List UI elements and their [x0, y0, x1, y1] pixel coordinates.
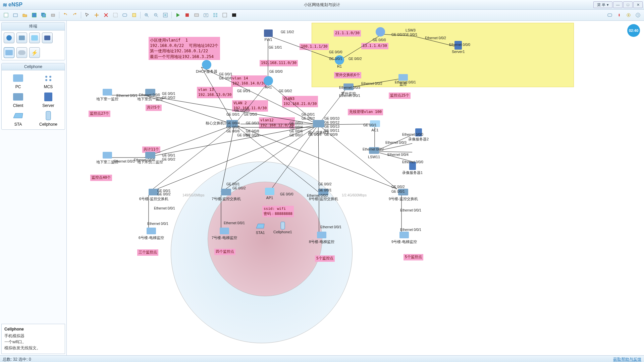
link-category-icon[interactable]: ⚡	[29, 47, 40, 58]
svg-point-30	[45, 79, 47, 81]
menu-button[interactable]: 菜 单 ▾	[593, 1, 612, 8]
device-pc[interactable]: PC	[4, 73, 32, 89]
help-icon[interactable]: ?	[634, 11, 642, 19]
undo-icon[interactable]	[61, 11, 69, 19]
port-label: Ethernet 0/0/1	[154, 206, 175, 210]
node-fw1[interactable]: FW1	[263, 29, 274, 42]
firewall-category-icon[interactable]	[42, 33, 53, 43]
device-panel-header: Cellphone	[2, 63, 65, 70]
node-el6[interactable]: 6号楼-电梯监控	[139, 227, 164, 240]
note-b9: 5个监控点	[404, 254, 423, 260]
node-label: 7号楼-监控交换机	[212, 196, 241, 201]
port-label: GE 0/0/1	[219, 72, 232, 76]
delete-icon[interactable]	[102, 11, 110, 19]
fit-icon[interactable]	[161, 11, 169, 19]
switch-category-icon[interactable]	[16, 33, 27, 43]
record-icon[interactable]	[193, 11, 201, 19]
huawei-icon[interactable]	[615, 11, 623, 19]
port-label: Ethernet 0/0/0	[139, 93, 160, 97]
blackbox-icon[interactable]	[230, 11, 238, 19]
device-label: Cellphone	[39, 122, 57, 127]
saveall-icon[interactable]	[40, 11, 48, 19]
node-outdoor-monitor[interactable]: 监控	[397, 73, 409, 87]
shape-icon[interactable]	[130, 11, 138, 19]
open-icon[interactable]	[21, 11, 29, 19]
port-label: GE 0/0/2	[244, 113, 257, 116]
note-vlanif: 小区使用vlanif 1 192.168.0.0/22 可用地址1022个 第一…	[149, 37, 220, 60]
node-el7[interactable]: 7号楼-电梯监控	[212, 227, 237, 240]
settings-icon[interactable]	[625, 11, 633, 19]
node-ap1[interactable]: AP1	[264, 187, 275, 200]
topology-canvas[interactable]: 02:40 小区使用vlanif 1 192.168.0.0/22 可用地址10…	[67, 21, 644, 355]
new-device-icon[interactable]	[11, 11, 19, 19]
desc-line: 模拟收发无线报文。	[4, 345, 62, 351]
svg-rect-71	[281, 222, 285, 229]
node-dhcp[interactable]: DHCP服务器	[196, 60, 217, 74]
node-label: STA1	[256, 231, 265, 235]
close-button[interactable]: ✕	[633, 1, 643, 8]
node-el9[interactable]: 9号楼-电梯监控	[391, 231, 417, 244]
svg-rect-7	[123, 14, 127, 16]
zoomout-icon[interactable]	[152, 11, 160, 19]
node-cellphone1[interactable]: Cellphone1	[273, 221, 292, 234]
device-sta[interactable]: STA	[4, 111, 32, 127]
router-category-icon[interactable]	[4, 33, 14, 43]
node-sta1[interactable]: STA1	[255, 222, 266, 235]
port-label: Ethernet 0/0/1	[116, 94, 138, 98]
port-label: GE 0/0/1	[302, 113, 315, 116]
node-ar1[interactable]: AR1	[263, 76, 274, 89]
stop-icon[interactable]	[183, 11, 191, 19]
window-buttons: 菜 单 ▾ — □ ✕	[593, 1, 644, 8]
cloud-category-icon[interactable]	[16, 47, 27, 58]
note-p27: 监控点27个	[89, 111, 110, 117]
wlan-category-icon[interactable]	[29, 33, 40, 43]
svg-rect-6	[113, 13, 117, 17]
port-label: Ethernet 0/0/1	[395, 80, 416, 84]
desc-title: Cellphone	[4, 327, 62, 331]
app-logo: ≋ eNSP	[0, 2, 25, 8]
toolbar-right: ?	[606, 11, 642, 19]
svg-rect-18	[216, 13, 217, 15]
port-label: Ethernet 0/0/3	[339, 86, 360, 89]
node-b1mon[interactable]: 地下室一监控	[96, 88, 118, 102]
port-label: Ethernet 0/0/3	[385, 141, 407, 144]
minimize-button[interactable]: —	[613, 1, 623, 8]
text-icon[interactable]	[121, 11, 129, 19]
zoomin-icon[interactable]	[143, 11, 151, 19]
note-n21: 21.1.1.0/30	[334, 30, 361, 37]
new-topo-icon[interactable]	[2, 11, 10, 19]
message-icon[interactable]	[606, 11, 614, 19]
pan-icon[interactable]	[93, 11, 101, 19]
print-icon[interactable]	[49, 11, 57, 19]
save-icon[interactable]	[30, 11, 38, 19]
device-client[interactable]: Client	[4, 92, 32, 108]
help-link[interactable]: 获取帮助与反馈	[613, 357, 641, 362]
note-b8: 5个监控点	[315, 255, 335, 262]
edit-icon[interactable]	[111, 11, 119, 19]
port-label: GE 0/0/0	[373, 38, 386, 42]
redo-icon[interactable]	[71, 11, 79, 19]
pc-category-icon[interactable]	[4, 47, 14, 58]
node-label: LSW3	[406, 28, 416, 32]
svg-rect-2	[32, 13, 36, 17]
node-label: 录像服务器1	[402, 170, 423, 175]
node-el8[interactable]: 8号楼-电梯监控	[309, 231, 334, 244]
device-mcs[interactable]: MCS	[35, 73, 62, 89]
grid-icon[interactable]	[211, 11, 219, 19]
node-label: 8号楼-电梯监控	[309, 239, 334, 244]
svg-rect-15	[204, 14, 208, 17]
node-b2sw[interactable]: 地下库负二监控	[137, 151, 163, 165]
maximize-button[interactable]: □	[623, 1, 633, 8]
port-label: GE 0/0/1	[226, 113, 239, 116]
play-icon[interactable]	[174, 11, 182, 19]
port-label: GE 0/0/1	[404, 33, 417, 37]
select-icon[interactable]	[83, 11, 91, 19]
node-label: 7号楼-电梯监控	[212, 235, 237, 240]
port-label: GE 0/0/2	[391, 185, 405, 189]
device-cellphone[interactable]: Cellphone	[35, 111, 62, 127]
snapshot-icon[interactable]	[202, 11, 210, 19]
chevron-down-icon: ▾	[607, 3, 609, 7]
description-box: Cellphone 手机模拟器 一个wifi口。 模拟收发无线报文。	[1, 324, 65, 354]
device-server[interactable]: Server	[35, 92, 62, 108]
window-icon[interactable]	[221, 11, 229, 19]
